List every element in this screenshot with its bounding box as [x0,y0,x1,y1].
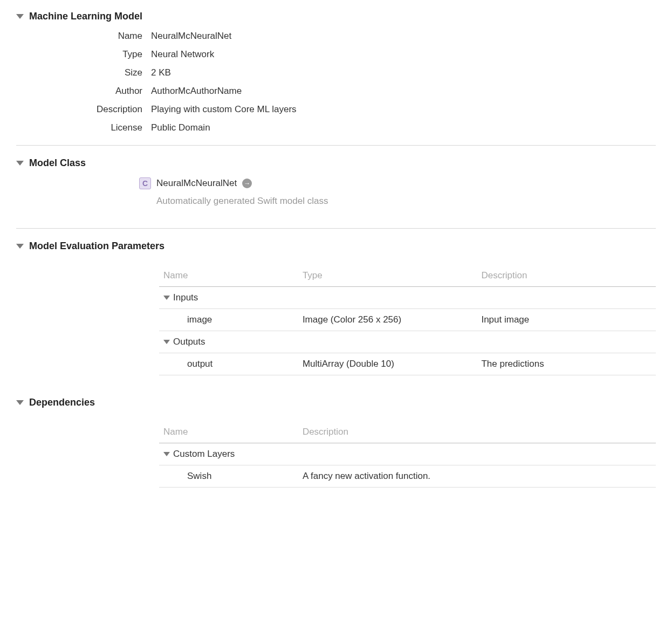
chevron-down-icon [16,400,24,405]
dep-description: A fancy new activation function. [298,465,656,488]
dependencies-table-block: Name Description Custom Layers Swish A f… [159,421,656,488]
dependencies-title: Dependencies [29,397,95,408]
inputs-group-label: Inputs [173,292,198,303]
field-label: Name [16,31,151,42]
field-author: Author AuthorMcAuthorName [16,86,656,97]
col-header-description: Description [477,265,656,287]
field-label: Description [16,104,151,115]
table-row: output MultiArray (Double 10) The predic… [159,353,656,375]
eval-params-header[interactable]: Model Evaluation Parameters [16,241,656,252]
class-file-icon: C [139,177,151,189]
param-description: The predictions [477,353,656,375]
table-row: image Image (Color 256 x 256) Input imag… [159,309,656,331]
param-name: output [159,353,298,375]
model-class-name: NeuralMcNeuralNet [156,178,237,189]
eval-params-table: Name Type Description Inputs image [159,265,656,375]
outputs-group-label: Outputs [173,337,205,347]
chevron-down-icon [16,14,24,19]
table-row: Swish A fancy new activation function. [159,465,656,488]
eval-params-title: Model Evaluation Parameters [29,241,164,252]
field-value: NeuralMcNeuralNet [151,31,231,42]
field-size: Size 2 KB [16,67,656,78]
dependencies-header[interactable]: Dependencies [16,397,656,408]
chevron-down-icon [163,452,170,456]
dependencies-table: Name Description Custom Layers Swish A f… [159,421,656,488]
param-type: Image (Color 256 x 256) [298,309,477,331]
field-label: Size [16,67,151,78]
custom-layers-group-label: Custom Layers [173,449,235,459]
field-type: Type Neural Network [16,49,656,60]
divider [16,145,656,146]
ml-model-header[interactable]: Machine Learning Model [16,11,656,22]
model-class-description: Automatically generated Swift model clas… [156,196,656,207]
table-header-row: Name Type Description [159,265,656,287]
model-class-row[interactable]: C NeuralMcNeuralNet [139,177,656,189]
ml-model-section: Machine Learning Model Name NeuralMcNeur… [16,11,656,133]
dependencies-section: Dependencies Name Description Custom Lay… [16,397,656,488]
inputs-group-row[interactable]: Inputs [159,287,656,309]
field-label: License [16,122,151,133]
col-header-type: Type [298,265,477,287]
param-name: image [159,309,298,331]
field-value: Public Domain [151,122,210,133]
navigate-arrow-icon[interactable] [242,179,252,188]
field-value: Playing with custom Core ML layers [151,104,297,115]
table-header-row: Name Description [159,421,656,443]
field-description: Description Playing with custom Core ML … [16,104,656,115]
eval-params-section: Model Evaluation Parameters Name Type De… [16,241,656,375]
chevron-down-icon [163,296,170,300]
model-class-title: Model Class [29,157,86,169]
param-description: Input image [477,309,656,331]
col-header-description: Description [298,421,656,443]
divider [16,228,656,229]
field-value: Neural Network [151,49,214,60]
field-license: License Public Domain [16,122,656,133]
param-type: MultiArray (Double 10) [298,353,477,375]
chevron-down-icon [163,340,170,344]
outputs-group-row[interactable]: Outputs [159,331,656,353]
custom-layers-group-row[interactable]: Custom Layers [159,443,656,465]
model-class-section: Model Class C NeuralMcNeuralNet Automati… [16,157,656,207]
dep-name: Swish [159,465,298,488]
field-name: Name NeuralMcNeuralNet [16,31,656,42]
col-header-name: Name [159,421,298,443]
chevron-down-icon [16,161,24,166]
eval-params-table-block: Name Type Description Inputs image [159,265,656,375]
field-value: AuthorMcAuthorName [151,86,242,97]
chevron-down-icon [16,244,24,249]
ml-model-fields: Name NeuralMcNeuralNet Type Neural Netwo… [16,31,656,133]
model-class-content: C NeuralMcNeuralNet Automatically genera… [139,177,656,207]
field-label: Type [16,49,151,60]
col-header-name: Name [159,265,298,287]
model-class-header[interactable]: Model Class [16,157,656,169]
field-label: Author [16,86,151,97]
field-value: 2 KB [151,67,171,78]
ml-model-title: Machine Learning Model [29,11,142,22]
